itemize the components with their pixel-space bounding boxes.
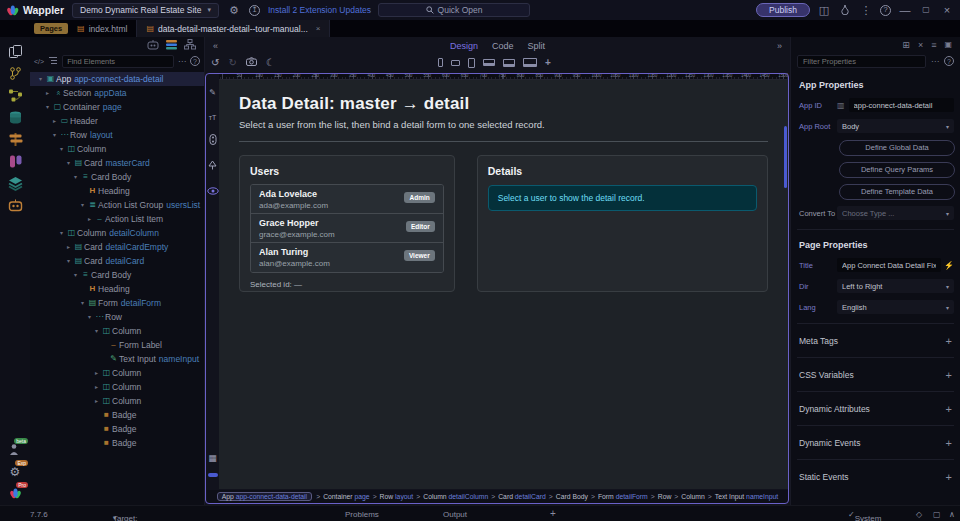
breadcrumb-item[interactable]: Row	[658, 493, 672, 500]
install-updates-link[interactable]: Install 2 Extension Updates	[268, 5, 371, 15]
collapse-statusbar-icon[interactable]: ∧	[949, 510, 955, 519]
output-tab[interactable]: Output	[443, 510, 467, 519]
publish-button[interactable]: Publish	[756, 3, 810, 17]
section-meta-tags[interactable]: Meta Tags+	[799, 333, 952, 348]
tree-item-badge[interactable]: ■Badge	[30, 436, 204, 450]
define-global-data-button[interactable]: Define Global Data	[839, 140, 955, 156]
tree-item-badge[interactable]: ■Badge	[30, 422, 204, 436]
app-root-select[interactable]: Body▾	[837, 119, 954, 133]
panel-grid-icon[interactable]: ⊞	[902, 40, 910, 50]
desktop-large-view-icon[interactable]	[523, 58, 537, 67]
breadcrumb-item[interactable]: Column	[681, 493, 704, 500]
tree-item-page[interactable]: ▾▢Containerpage	[30, 100, 204, 114]
define-template-data-button[interactable]: Define Template Data	[839, 184, 955, 200]
expand-arrow-icon[interactable]: ▾	[64, 156, 73, 170]
add-icon[interactable]: +	[946, 403, 952, 415]
expand-arrow-icon[interactable]: ▸	[92, 366, 101, 380]
tree-item-heading[interactable]: HHeading	[30, 282, 204, 296]
user-list-item[interactable]: Grace Hoppergrace@example.comEditor	[251, 214, 443, 243]
typography-tool-icon[interactable]: тT	[209, 106, 216, 124]
document-tab[interactable]: ▤data-detail-master-detail--tour-manual.…	[136, 20, 330, 37]
section-dynamic-events[interactable]: Dynamic Events+	[799, 435, 952, 450]
system-check[interactable]: ✓ System Check	[848, 510, 855, 519]
tablet-view-icon[interactable]	[468, 58, 475, 68]
expand-arrow-icon[interactable]: ▸	[85, 212, 94, 226]
convert-to-select[interactable]: Choose Type ...▾	[837, 206, 954, 220]
props-help-icon[interactable]: ?	[944, 56, 954, 66]
expand-arrow-icon[interactable]: ▾	[78, 296, 87, 310]
panel-list-icon[interactable]: ≡	[931, 40, 936, 50]
details-card[interactable]: Details Select a user to show the detail…	[477, 155, 768, 292]
tree-item-column[interactable]: ▸◫Column	[30, 394, 204, 408]
ai-robot-icon[interactable]	[147, 36, 159, 54]
define-query-params-button[interactable]: Define Query Params	[839, 162, 955, 178]
breadcrumb-item[interactable]: Text Input nameInput	[715, 493, 779, 500]
section-css-variables[interactable]: CSS Variables+	[799, 367, 952, 382]
fit-width-view-icon[interactable]: +	[545, 57, 551, 68]
panel-layout-icon[interactable]: ◫	[817, 3, 831, 17]
inspector-tool-icon[interactable]	[208, 156, 217, 174]
panel-close-icon[interactable]: ×	[918, 40, 923, 50]
document-tab[interactable]: ▤index.html	[68, 20, 136, 37]
app-id-input[interactable]	[849, 98, 954, 112]
tree-item-app-connect-data-detail[interactable]: ▾▣Appapp-connect-data-detail	[30, 72, 204, 86]
breadcrumb-item[interactable]: Card Body	[556, 493, 588, 500]
edit-tool-icon[interactable]: ✎	[209, 81, 216, 99]
tree-help-icon[interactable]: ?	[190, 56, 200, 66]
section-static-events[interactable]: Static Events+	[799, 469, 952, 484]
database-icon[interactable]	[4, 107, 26, 128]
add-icon[interactable]: +	[946, 369, 952, 381]
tree-view-icon[interactable]	[48, 56, 58, 66]
tree-item-column[interactable]: ▾◫Column	[30, 324, 204, 338]
breadcrumb-item[interactable]: Form detailForm	[598, 493, 648, 500]
tree-item-header[interactable]: ▸▭Header	[30, 114, 204, 128]
tree-item-form-label[interactable]: –Form Label	[30, 338, 204, 352]
tree-item-column[interactable]: ▾◫Column	[30, 142, 204, 156]
close-tab-icon[interactable]: ×	[316, 24, 321, 33]
expand-arrow-icon[interactable]: ▸	[92, 394, 101, 408]
expand-arrow-icon[interactable]: ▾	[50, 128, 59, 142]
user-list-item[interactable]: Ada Lovelaceada@example.comAdmin	[251, 185, 443, 214]
code-view-icon[interactable]: </>	[34, 58, 44, 65]
expand-arrow-icon[interactable]: ▾	[71, 170, 80, 184]
extension-updates-icon[interactable]: ↥	[249, 5, 260, 16]
users-card[interactable]: Users Ada Lovelaceada@example.comAdminGr…	[239, 155, 455, 292]
add-panel-button[interactable]: +	[550, 508, 556, 519]
expand-arrow-icon[interactable]: ▾	[71, 268, 80, 282]
desktop-view-icon[interactable]	[503, 59, 515, 67]
page-title-input[interactable]	[837, 258, 941, 272]
expand-arrow-icon[interactable]: ▸	[92, 380, 101, 394]
tree-item-detailCard[interactable]: ▾▤CarddetailCard	[30, 254, 204, 268]
breadcrumb-item[interactable]: Container page	[323, 493, 370, 500]
clean-icon[interactable]: ◇	[916, 510, 922, 519]
wappler-pro-icon[interactable]: Pro	[4, 483, 26, 504]
laptop-view-icon[interactable]	[483, 59, 495, 66]
section-dynamic-attributes[interactable]: Dynamic Attributes+	[799, 401, 952, 416]
project-selector[interactable]: Demo Dynamic Real Estate Site ▾	[72, 3, 219, 18]
tree-item-heading[interactable]: HHeading	[30, 184, 204, 198]
settings-gear-icon[interactable]: ⚙	[227, 3, 241, 17]
undo-icon[interactable]: ↺	[211, 58, 219, 68]
expand-arrow-icon[interactable]: ▾	[64, 254, 73, 268]
find-elements-input[interactable]	[62, 55, 174, 68]
lang-select[interactable]: English▾	[837, 300, 954, 314]
file-manager-icon[interactable]	[4, 41, 26, 62]
tree-more-icon[interactable]: ⋯	[178, 57, 186, 66]
tree-item-row[interactable]: ▾⋯Row	[30, 310, 204, 324]
view-mode-code[interactable]: Code	[492, 41, 514, 51]
add-icon[interactable]: +	[946, 471, 952, 483]
expand-arrow-icon[interactable]: ▾	[78, 198, 87, 212]
components-tool-icon[interactable]	[209, 131, 217, 149]
design-system-icon[interactable]	[4, 151, 26, 172]
tree-item-action-list-item[interactable]: ▸–Action List Item	[30, 212, 204, 226]
tree-item-detailColumn[interactable]: ▾◫ColumndetailColumn	[30, 226, 204, 240]
tree-item-column[interactable]: ▸◫Column	[30, 380, 204, 394]
dir-select[interactable]: Left to Right▾	[837, 279, 954, 293]
package-icon[interactable]: ▢	[933, 510, 941, 519]
close-icon[interactable]: ×	[940, 3, 954, 17]
breadcrumb-item[interactable]: Card detailCard	[498, 493, 546, 500]
tree-item-layout[interactable]: ▾⋯Rowlayout	[30, 128, 204, 142]
expand-arrow-icon[interactable]: ▾	[43, 100, 52, 114]
layers-icon[interactable]	[4, 173, 26, 194]
view-mode-design[interactable]: Design	[450, 41, 478, 51]
